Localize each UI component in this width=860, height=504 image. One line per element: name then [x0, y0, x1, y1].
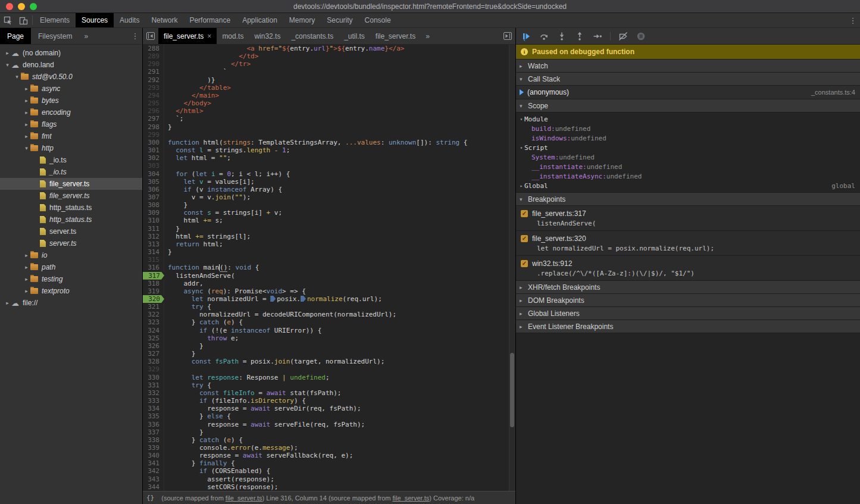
breakpoint-checkbox[interactable]: ✓ — [521, 235, 528, 242]
editor-more-tabs-icon[interactable]: » — [421, 28, 434, 44]
code-line[interactable]: 289 </td> — [143, 52, 515, 60]
code-line[interactable]: 330 let response: Response | undefined; — [143, 374, 515, 381]
code-line[interactable]: 310 html += s; — [143, 217, 515, 224]
expanded-arrow-icon[interactable]: ▾ — [13, 74, 21, 80]
line-number[interactable]: 300 — [143, 139, 164, 146]
code-line[interactable]: 294 </main> — [143, 92, 515, 99]
frame-location[interactable]: _constants.ts:4 — [811, 89, 855, 96]
code-line[interactable]: 314} — [143, 248, 515, 256]
code-line[interactable]: 315 — [143, 256, 515, 264]
source-map-link[interactable]: file_server.ts — [226, 494, 262, 502]
tree-item-file-server-ts[interactable]: file_server.ts — [0, 190, 142, 202]
line-number[interactable]: 297 — [143, 115, 164, 123]
line-number[interactable]: 298 — [143, 123, 164, 131]
code-line[interactable]: 313 return html; — [143, 240, 515, 248]
section-global-listeners[interactable]: ▸Global Listeners — [516, 307, 860, 320]
tree-item-server-ts[interactable]: server.ts — [0, 226, 142, 237]
tree-item-file-[interactable]: ▸☁file:// — [0, 297, 142, 309]
code-area[interactable]: 288 <a href="${entry.url}">${entry.name}… — [143, 45, 515, 491]
line-number[interactable]: 305 — [143, 178, 164, 186]
line-number[interactable]: 304 — [143, 170, 164, 178]
code-line[interactable]: 320 let normalizedUrl = posix.normalize(… — [143, 295, 515, 303]
code-line[interactable]: 316function main(): void { — [143, 264, 515, 271]
editor-scrollbar[interactable] — [509, 45, 515, 491]
step-over-button[interactable] — [539, 31, 549, 42]
line-number[interactable]: 326 — [143, 342, 164, 350]
expanded-arrow-icon[interactable]: ▾ — [23, 145, 30, 151]
line-number[interactable]: 339 — [143, 444, 164, 452]
code-line[interactable]: 341 } finally { — [143, 459, 515, 467]
code-line[interactable]: 321 try { — [143, 303, 515, 311]
tab-network[interactable]: Network — [145, 13, 183, 27]
section-event-listener-breakpoints[interactable]: ▸Event Listener Breakpoints — [516, 320, 860, 333]
tree-item-fmt[interactable]: ▸fmt — [0, 130, 142, 142]
collapsed-arrow-icon[interactable]: ▸ — [23, 109, 30, 115]
tab-audits[interactable]: Audits — [114, 13, 145, 27]
tree-item-file-server-ts[interactable]: file_server.ts — [0, 178, 142, 190]
code-line[interactable]: 312 html += strings[l]; — [143, 233, 515, 240]
line-number[interactable]: 309 — [143, 209, 164, 217]
call-stack-frame[interactable]: (anonymous)_constants.ts:4 — [516, 86, 860, 99]
tree-item-http[interactable]: ▾http — [0, 142, 142, 154]
line-number[interactable]: 311 — [143, 225, 164, 233]
editor-tab-win32.ts[interactable]: win32.ts — [249, 28, 286, 44]
collapsed-arrow-icon[interactable]: ▸ — [23, 98, 30, 104]
line-number[interactable]: 293 — [143, 84, 164, 92]
collapsed-arrow-icon[interactable]: ▸ — [4, 300, 11, 306]
tree-item--io-ts[interactable]: _io.ts — [0, 166, 142, 178]
line-number[interactable]: 341 — [143, 459, 164, 467]
breakpoint-location[interactable]: file_server.ts:317 — [532, 209, 586, 218]
tree-item-http-status-ts[interactable]: http_status.ts — [0, 202, 142, 214]
tree-item-encoding[interactable]: ▸encoding — [0, 107, 142, 118]
tree-item-path[interactable]: ▸path — [0, 261, 142, 273]
tree-item-textproto[interactable]: ▸textproto — [0, 285, 142, 297]
code-line[interactable]: 331 try { — [143, 381, 515, 389]
section-watch[interactable]: ▸Watch — [516, 60, 860, 73]
code-line[interactable]: 322 normalizedUrl = decodeURIComponent(n… — [143, 311, 515, 318]
line-number[interactable]: 318 — [143, 280, 164, 287]
pretty-print-icon[interactable]: {} — [146, 494, 154, 502]
code-line[interactable]: 299 — [143, 131, 515, 139]
code-line[interactable]: 297 `; — [143, 115, 515, 123]
tab-memory[interactable]: Memory — [283, 13, 321, 27]
collapsed-arrow-icon[interactable]: ▸ — [23, 288, 30, 294]
pause-on-exceptions-button[interactable] — [636, 31, 646, 42]
resume-button[interactable] — [521, 31, 531, 42]
collapsed-arrow-icon[interactable]: ▸ — [23, 252, 30, 258]
section-call-stack[interactable]: ▾Call Stack — [516, 73, 860, 86]
navigator-menu-icon[interactable]: ⋮ — [128, 28, 142, 44]
section-scope[interactable]: ▾Scope — [516, 99, 860, 112]
code-line[interactable]: 300function html(strings: TemplateString… — [143, 139, 515, 146]
line-number[interactable]: 306 — [143, 186, 164, 193]
line-number[interactable]: 292 — [143, 76, 164, 84]
tree-item-async[interactable]: ▸async — [0, 83, 142, 95]
code-line[interactable]: 319 async (req): Promise<void> => { — [143, 287, 515, 295]
code-line[interactable]: 335 } else { — [143, 412, 515, 420]
tab-console[interactable]: Console — [359, 13, 397, 27]
line-number[interactable]: 310 — [143, 217, 164, 224]
breakpoint-entry[interactable]: ✓win32.ts:912.replace(/^\/*([A-Za-z]:)(\… — [516, 256, 860, 281]
collapsed-arrow-icon[interactable]: ▸ — [23, 276, 30, 282]
section-breakpoints[interactable]: ▾Breakpoints — [516, 193, 860, 206]
inline-breakpoint-marker-icon[interactable] — [301, 296, 306, 302]
line-number[interactable]: 343 — [143, 475, 164, 483]
line-number[interactable]: 342 — [143, 467, 164, 475]
line-number[interactable]: 327 — [143, 350, 164, 358]
code-line[interactable]: 311 } — [143, 225, 515, 233]
line-number[interactable]: 330 — [143, 374, 164, 381]
breakpoint-location[interactable]: file_server.ts:320 — [532, 234, 586, 243]
collapsed-arrow-icon[interactable]: ▸ — [23, 133, 30, 139]
line-number[interactable]: 331 — [143, 381, 164, 389]
editor-tab-_util.ts[interactable]: _util.ts — [339, 28, 370, 44]
code-line[interactable]: 337 } — [143, 428, 515, 436]
source-map-link[interactable]: file_server.ts — [393, 494, 430, 502]
editor-tab-_constants.ts[interactable]: _constants.ts — [286, 28, 339, 44]
tab-elements[interactable]: Elements — [34, 13, 76, 27]
line-number[interactable]: 307 — [143, 193, 164, 201]
code-line[interactable]: 338 } catch (e) { — [143, 436, 515, 444]
line-number[interactable]: 332 — [143, 389, 164, 397]
breakpoint-marker[interactable]: 317 — [143, 272, 164, 280]
line-number[interactable]: 295 — [143, 99, 164, 107]
hide-navigator-icon[interactable] — [143, 28, 158, 44]
line-number[interactable]: 322 — [143, 311, 164, 318]
